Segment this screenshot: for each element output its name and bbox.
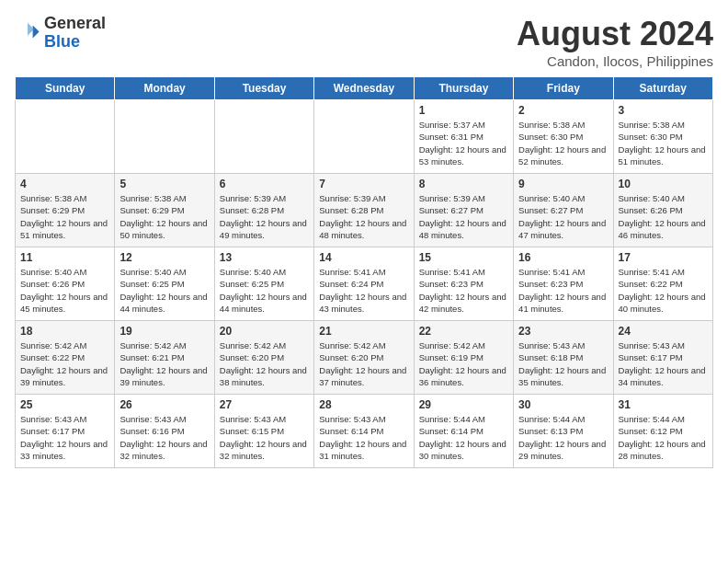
calendar-cell: 28Sunrise: 5:43 AM Sunset: 6:14 PM Dayli… (314, 395, 414, 468)
calendar-cell: 7Sunrise: 5:39 AM Sunset: 6:28 PM Daylig… (314, 174, 414, 247)
day-content: Sunrise: 5:41 AM Sunset: 6:22 PM Dayligh… (619, 266, 708, 315)
calendar-cell: 3Sunrise: 5:38 AM Sunset: 6:30 PM Daylig… (613, 100, 712, 174)
day-number: 17 (619, 251, 708, 264)
day-number: 9 (518, 178, 608, 190)
day-content: Sunrise: 5:38 AM Sunset: 6:29 PM Dayligh… (20, 192, 109, 241)
location-subtitle: Candon, Ilocos, Philippines (517, 53, 713, 69)
page-header: General Blue August 2024 Candon, Ilocos,… (15, 15, 713, 69)
day-number: 29 (419, 398, 508, 411)
header-cell-thursday: Thursday (414, 77, 513, 100)
calendar-cell: 6Sunrise: 5:39 AM Sunset: 6:28 PM Daylig… (214, 174, 313, 247)
day-number: 30 (518, 398, 608, 411)
day-number: 31 (619, 398, 708, 411)
day-content: Sunrise: 5:38 AM Sunset: 6:30 PM Dayligh… (518, 119, 608, 167)
calendar-cell (115, 100, 214, 174)
calendar-cell: 14Sunrise: 5:41 AM Sunset: 6:24 PM Dayli… (314, 247, 414, 321)
calendar-cell: 1Sunrise: 5:37 AM Sunset: 6:31 PM Daylig… (414, 100, 513, 174)
day-content: Sunrise: 5:40 AM Sunset: 6:25 PM Dayligh… (119, 266, 209, 315)
calendar-cell (16, 100, 115, 174)
day-number: 27 (220, 398, 309, 411)
calendar-cell: 13Sunrise: 5:40 AM Sunset: 6:25 PM Dayli… (214, 247, 313, 321)
header-cell-tuesday: Tuesday (214, 77, 313, 100)
calendar-table: SundayMondayTuesdayWednesdayThursdayFrid… (15, 76, 713, 468)
calendar-cell: 25Sunrise: 5:43 AM Sunset: 6:17 PM Dayli… (16, 395, 115, 468)
title-block: August 2024 Candon, Ilocos, Philippines (517, 15, 713, 69)
header-cell-wednesday: Wednesday (314, 77, 414, 100)
logo-text: General Blue (44, 15, 106, 52)
calendar-cell: 8Sunrise: 5:39 AM Sunset: 6:27 PM Daylig… (414, 174, 513, 247)
month-title: August 2024 (517, 15, 713, 53)
day-number: 2 (518, 104, 608, 117)
calendar-cell: 29Sunrise: 5:44 AM Sunset: 6:14 PM Dayli… (414, 395, 513, 468)
calendar-cell: 31Sunrise: 5:44 AM Sunset: 6:12 PM Dayli… (613, 395, 712, 468)
day-content: Sunrise: 5:39 AM Sunset: 6:28 PM Dayligh… (220, 192, 309, 241)
day-content: Sunrise: 5:40 AM Sunset: 6:26 PM Dayligh… (619, 192, 708, 241)
day-content: Sunrise: 5:42 AM Sunset: 6:19 PM Dayligh… (419, 339, 508, 388)
day-content: Sunrise: 5:40 AM Sunset: 6:25 PM Dayligh… (220, 266, 309, 315)
calendar-cell: 19Sunrise: 5:42 AM Sunset: 6:21 PM Dayli… (115, 321, 214, 395)
day-content: Sunrise: 5:42 AM Sunset: 6:22 PM Dayligh… (20, 339, 109, 388)
calendar-cell: 15Sunrise: 5:41 AM Sunset: 6:23 PM Dayli… (414, 247, 513, 321)
day-content: Sunrise: 5:37 AM Sunset: 6:31 PM Dayligh… (419, 119, 508, 167)
calendar-week-row: 25Sunrise: 5:43 AM Sunset: 6:17 PM Dayli… (16, 395, 713, 468)
calendar-week-row: 18Sunrise: 5:42 AM Sunset: 6:22 PM Dayli… (16, 321, 713, 395)
logo: General Blue (15, 15, 106, 52)
calendar-cell: 11Sunrise: 5:40 AM Sunset: 6:26 PM Dayli… (16, 247, 115, 321)
calendar-cell: 18Sunrise: 5:42 AM Sunset: 6:22 PM Dayli… (16, 321, 115, 395)
calendar-cell: 17Sunrise: 5:41 AM Sunset: 6:22 PM Dayli… (613, 247, 712, 321)
header-row: SundayMondayTuesdayWednesdayThursdayFrid… (16, 77, 713, 100)
calendar-cell: 26Sunrise: 5:43 AM Sunset: 6:16 PM Dayli… (115, 395, 214, 468)
calendar-cell: 12Sunrise: 5:40 AM Sunset: 6:25 PM Dayli… (115, 247, 214, 321)
logo-line2: Blue (44, 33, 106, 52)
day-content: Sunrise: 5:43 AM Sunset: 6:17 PM Dayligh… (20, 413, 109, 462)
calendar-cell: 5Sunrise: 5:38 AM Sunset: 6:29 PM Daylig… (115, 174, 214, 247)
calendar-cell: 16Sunrise: 5:41 AM Sunset: 6:23 PM Dayli… (514, 247, 613, 321)
day-content: Sunrise: 5:38 AM Sunset: 6:30 PM Dayligh… (619, 119, 708, 167)
day-content: Sunrise: 5:40 AM Sunset: 6:26 PM Dayligh… (20, 266, 109, 315)
header-cell-monday: Monday (115, 77, 214, 100)
day-number: 19 (119, 325, 209, 338)
day-number: 5 (119, 178, 209, 190)
calendar-cell: 21Sunrise: 5:42 AM Sunset: 6:20 PM Dayli… (314, 321, 414, 395)
calendar-header: SundayMondayTuesdayWednesdayThursdayFrid… (16, 77, 713, 100)
day-content: Sunrise: 5:42 AM Sunset: 6:20 PM Dayligh… (220, 339, 309, 388)
day-content: Sunrise: 5:44 AM Sunset: 6:13 PM Dayligh… (518, 413, 608, 462)
day-number: 20 (220, 325, 309, 338)
day-content: Sunrise: 5:43 AM Sunset: 6:15 PM Dayligh… (220, 413, 309, 462)
day-number: 25 (20, 398, 109, 411)
calendar-cell: 30Sunrise: 5:44 AM Sunset: 6:13 PM Dayli… (514, 395, 613, 468)
day-number: 15 (419, 251, 508, 264)
day-number: 7 (319, 178, 408, 190)
day-number: 23 (518, 325, 608, 338)
calendar-cell: 20Sunrise: 5:42 AM Sunset: 6:20 PM Dayli… (214, 321, 313, 395)
header-cell-sunday: Sunday (16, 77, 115, 100)
day-number: 13 (220, 251, 309, 264)
calendar-week-row: 4Sunrise: 5:38 AM Sunset: 6:29 PM Daylig… (16, 174, 713, 247)
calendar-week-row: 1Sunrise: 5:37 AM Sunset: 6:31 PM Daylig… (16, 100, 713, 174)
day-number: 6 (220, 178, 309, 190)
day-content: Sunrise: 5:43 AM Sunset: 6:14 PM Dayligh… (319, 413, 408, 462)
day-number: 1 (419, 104, 508, 117)
day-number: 14 (319, 251, 408, 264)
calendar-cell: 24Sunrise: 5:43 AM Sunset: 6:17 PM Dayli… (613, 321, 712, 395)
calendar-cell: 4Sunrise: 5:38 AM Sunset: 6:29 PM Daylig… (16, 174, 115, 247)
day-content: Sunrise: 5:39 AM Sunset: 6:27 PM Dayligh… (419, 192, 508, 241)
calendar-cell (314, 100, 414, 174)
calendar-cell: 10Sunrise: 5:40 AM Sunset: 6:26 PM Dayli… (613, 174, 712, 247)
day-content: Sunrise: 5:43 AM Sunset: 6:17 PM Dayligh… (619, 339, 708, 388)
day-number: 11 (20, 251, 109, 264)
day-number: 24 (619, 325, 708, 338)
day-content: Sunrise: 5:43 AM Sunset: 6:18 PM Dayligh… (518, 339, 608, 388)
day-number: 4 (20, 178, 109, 190)
calendar-body: 1Sunrise: 5:37 AM Sunset: 6:31 PM Daylig… (16, 100, 713, 468)
calendar-cell: 2Sunrise: 5:38 AM Sunset: 6:30 PM Daylig… (514, 100, 613, 174)
day-number: 3 (619, 104, 708, 117)
day-number: 12 (119, 251, 209, 264)
day-content: Sunrise: 5:41 AM Sunset: 6:24 PM Dayligh… (319, 266, 408, 315)
calendar-cell: 9Sunrise: 5:40 AM Sunset: 6:27 PM Daylig… (514, 174, 613, 247)
day-number: 21 (319, 325, 408, 338)
calendar-cell: 23Sunrise: 5:43 AM Sunset: 6:18 PM Dayli… (514, 321, 613, 395)
day-number: 18 (20, 325, 109, 338)
day-number: 10 (619, 178, 708, 190)
day-content: Sunrise: 5:42 AM Sunset: 6:21 PM Dayligh… (119, 339, 209, 388)
